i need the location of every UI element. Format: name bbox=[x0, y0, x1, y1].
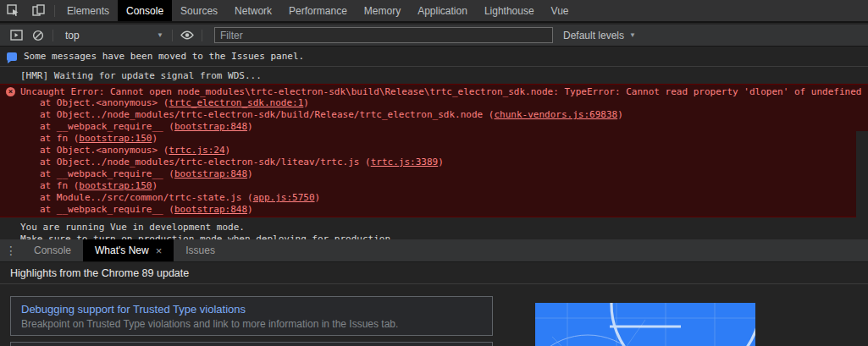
frame-text: ) bbox=[152, 133, 158, 144]
stack-frame: at Module../src/common/trtc-state.js (ap… bbox=[0, 192, 868, 204]
whats-new-graphic bbox=[535, 303, 755, 346]
divider bbox=[53, 30, 53, 41]
tab-application[interactable]: Application bbox=[409, 0, 476, 21]
error-message-text: Uncaught Error: Cannot open node_modules… bbox=[20, 86, 861, 97]
chevron-down-icon: ▼ bbox=[629, 31, 636, 39]
frame-text: ) bbox=[152, 180, 158, 191]
tab-sources[interactable]: Sources bbox=[172, 0, 226, 21]
stack-frame: at __webpack_require__ (bootstrap:848) bbox=[0, 204, 868, 216]
drawer-tab-label: Issues bbox=[185, 244, 215, 256]
chevron-down-icon: ▼ bbox=[157, 31, 163, 39]
source-link[interactable]: app.js:5750 bbox=[253, 192, 315, 203]
frame-text: ) bbox=[438, 157, 444, 168]
hmr-message-text: [HMR] Waiting for update signal from WDS… bbox=[20, 70, 262, 81]
source-link[interactable]: trtc_electron_sdk.node:1 bbox=[169, 97, 303, 108]
whats-new-card-clipped[interactable] bbox=[10, 342, 493, 346]
tab-console[interactable]: Console bbox=[118, 0, 172, 21]
source-link[interactable]: chunk-vendors.js:69838 bbox=[494, 109, 617, 120]
source-link[interactable]: bootstrap:150 bbox=[79, 180, 152, 191]
tab-elements[interactable]: Elements bbox=[58, 0, 118, 21]
frame-text: at Object.<anonymous> ( bbox=[40, 97, 169, 108]
clear-console-icon[interactable] bbox=[27, 25, 49, 47]
source-link[interactable]: bootstrap:848 bbox=[174, 168, 247, 179]
divider bbox=[54, 5, 55, 17]
frame-text: at fn ( bbox=[40, 133, 79, 144]
stack-frame: at __webpack_require__ (bootstrap:848) bbox=[0, 121, 868, 133]
context-selector-value: top bbox=[65, 30, 80, 41]
vue-dev-line1: You are running Vue in development mode. bbox=[20, 222, 868, 233]
drawer-tab-issues[interactable]: Issues bbox=[174, 239, 227, 261]
inspect-element-icon[interactable] bbox=[0, 0, 25, 21]
log-levels-value: Default levels bbox=[563, 30, 624, 41]
stack-frame: at __webpack_require__ (bootstrap:848) bbox=[0, 168, 868, 180]
tab-performance[interactable]: Performance bbox=[280, 0, 356, 21]
frame-text: ) bbox=[225, 145, 231, 156]
filter-input[interactable] bbox=[214, 27, 553, 43]
console-messages: Some messages have been moved to the Iss… bbox=[0, 47, 868, 239]
frame-text: ) bbox=[617, 109, 623, 120]
frame-text: ) bbox=[315, 192, 321, 203]
tab-memory[interactable]: Memory bbox=[356, 0, 409, 21]
frame-text: at fn ( bbox=[40, 180, 79, 191]
devtools-window: { "tabbar": { "tabs": [ {"label": "Eleme… bbox=[0, 0, 868, 346]
frame-text: ) bbox=[247, 204, 253, 215]
stack-frame: at Object../node_modules/trtc-electron-s… bbox=[0, 109, 868, 121]
whats-new-card[interactable]: Debugging support for Trusted Type viola… bbox=[10, 296, 493, 336]
hmr-message-row: [HMR] Waiting for update signal from WDS… bbox=[0, 67, 868, 84]
card-title-link[interactable]: Debugging support for Trusted Type viola… bbox=[21, 303, 482, 316]
source-link[interactable]: trtc.js:3389 bbox=[371, 157, 438, 168]
frame-text: ) bbox=[247, 121, 253, 132]
stack-frame: at Object../node_modules/trtc-electron-s… bbox=[0, 157, 868, 168]
issues-bubble-icon bbox=[7, 52, 17, 61]
console-toolbar: top ▼ Default levels ▼ bbox=[0, 25, 868, 47]
error-message-row: × Uncaught Error: Cannot open node_modul… bbox=[0, 85, 868, 97]
frame-text: ) bbox=[247, 168, 253, 179]
console-error-block: × Uncaught Error: Cannot open node_modul… bbox=[0, 84, 868, 217]
drawer-tab-whats-new[interactable]: What's New × bbox=[83, 239, 174, 261]
whats-new-content: Debugging support for Trusted Type viola… bbox=[0, 284, 868, 346]
source-link[interactable]: bootstrap:150 bbox=[79, 133, 152, 144]
error-circle-icon: × bbox=[6, 87, 15, 96]
stack-frame: at fn (bootstrap:150) bbox=[0, 133, 868, 145]
issues-banner-text: Some messages have been moved to the Iss… bbox=[24, 51, 304, 62]
issues-banner-row[interactable]: Some messages have been moved to the Iss… bbox=[0, 47, 868, 67]
frame-text: at __webpack_require__ ( bbox=[40, 168, 174, 179]
device-toolbar-icon[interactable] bbox=[25, 0, 51, 21]
devtools-drawer: ⋮ Console What's New × Issues Highlights… bbox=[0, 239, 868, 346]
divider bbox=[172, 30, 173, 41]
tab-network[interactable]: Network bbox=[226, 0, 280, 21]
drawer-tab-label: Console bbox=[34, 244, 71, 256]
frame-text: at Object.<anonymous> ( bbox=[40, 145, 169, 156]
console-sidebar-toggle-icon[interactable] bbox=[5, 25, 27, 47]
source-link[interactable]: bootstrap:848 bbox=[174, 121, 247, 132]
frame-text: ) bbox=[303, 97, 309, 108]
frame-text: at __webpack_require__ ( bbox=[40, 121, 174, 132]
source-link[interactable]: bootstrap:848 bbox=[174, 204, 247, 215]
stack-frame: at Object.<anonymous> (trtc_electron_sdk… bbox=[0, 97, 868, 109]
close-icon[interactable]: × bbox=[156, 244, 163, 257]
card-description: Breakpoint on Trusted Type violations an… bbox=[21, 318, 482, 330]
tab-vue[interactable]: Vue bbox=[543, 0, 578, 21]
source-link[interactable]: trtc.js:24 bbox=[169, 145, 224, 156]
divider bbox=[202, 30, 202, 41]
tab-lighthouse[interactable]: Lighthouse bbox=[476, 0, 543, 21]
stack-frame: at Object.<anonymous> (trtc.js:24) bbox=[0, 145, 868, 157]
frame-text: at Object../node_modules/trtc-electron-s… bbox=[40, 109, 494, 120]
overflow-menu-icon[interactable]: ⋮ bbox=[0, 239, 22, 261]
frame-text: at Object../node_modules/trtc-electron-s… bbox=[40, 157, 371, 168]
devtools-tabbar: Elements Console Sources Network Perform… bbox=[0, 0, 868, 23]
frame-text: at Module../src/common/trtc-state.js ( bbox=[40, 192, 253, 203]
eye-icon[interactable] bbox=[176, 25, 198, 47]
frame-text: at __webpack_require__ ( bbox=[40, 204, 174, 215]
drawer-tab-label: What's New bbox=[95, 244, 149, 256]
log-levels-selector[interactable]: Default levels ▼ bbox=[563, 30, 636, 41]
drawer-toolbar: ⋮ Console What's New × Issues bbox=[0, 239, 868, 262]
whats-new-heading: Highlights from the Chrome 89 update bbox=[0, 262, 868, 284]
drawer-tab-console[interactable]: Console bbox=[22, 239, 83, 261]
context-selector[interactable]: top ▼ bbox=[60, 27, 169, 44]
stack-frame: at fn (bootstrap:150) bbox=[0, 180, 868, 192]
